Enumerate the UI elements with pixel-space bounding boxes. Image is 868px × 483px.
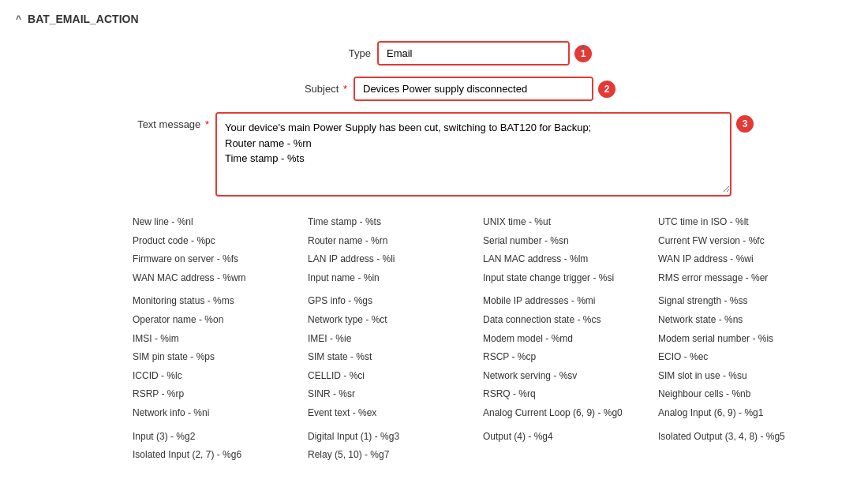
- var-router-name: Router name - %rn: [308, 233, 470, 250]
- section-header[interactable]: ^ BAT_EMAIL_ACTION: [16, 13, 852, 25]
- var-modem-serial: Modem serial number - %is: [658, 331, 821, 348]
- var-sim-slot: SIM slot in use - %su: [658, 368, 821, 385]
- var-output4: Output (4) - %g4: [483, 429, 645, 446]
- var-rsrq: RSRQ - %rq: [483, 386, 645, 403]
- var-gps-info: GPS info - %gs: [308, 293, 470, 310]
- var-input-state: Input state change trigger - %si: [483, 270, 645, 287]
- var-mobile-ip: Mobile IP addresses - %mi: [483, 293, 645, 310]
- chevron-icon: ^: [16, 13, 21, 24]
- var-rms-error: RMS error message - %er: [658, 270, 821, 287]
- var-rsrp: RSRP - %rp: [133, 386, 295, 403]
- var-blank2: [658, 447, 821, 464]
- var-timestamp: Time stamp - %ts: [308, 214, 470, 231]
- var-network-state: Network state - %ns: [658, 312, 821, 329]
- var-analog-current: Analog Current Loop (6, 9) - %g0: [483, 405, 645, 422]
- subject-input[interactable]: [355, 78, 592, 99]
- type-row: Type Email ▾ 1: [16, 41, 852, 66]
- var-isolated-output: Isolated Output (3, 4, 8) - %g5: [658, 429, 821, 446]
- var-imei: IMEI - %ie: [308, 331, 470, 348]
- subject-row: Subject * 2: [16, 77, 852, 101]
- var-ecio: ECIO - %ec: [658, 349, 821, 366]
- form-area: Type Email ▾ 1 Subject * 2: [16, 41, 852, 483]
- subject-label: Subject *: [253, 83, 347, 95]
- var-blank1: [483, 447, 645, 464]
- var-wan-mac: WAN MAC address - %wm: [133, 270, 295, 287]
- var-utc-iso: UTC time in ISO - %lt: [658, 214, 821, 231]
- var-lan-ip: LAN IP address - %li: [308, 251, 470, 268]
- var-relay: Relay (5, 10) - %g7: [308, 447, 470, 464]
- textmessage-row: Text message * Your device's main Power …: [16, 112, 852, 197]
- textmessage-textarea[interactable]: Your device's main Power Supply has been…: [217, 114, 730, 193]
- var-event-text: Event text - %ex: [308, 405, 470, 422]
- var-rscp: RSCP - %cp: [483, 349, 645, 366]
- var-sim-state: SIM state - %st: [308, 349, 470, 366]
- var-lan-mac: LAN MAC address - %lm: [483, 251, 645, 268]
- subject-field-wrapper: 2: [354, 77, 615, 101]
- var-new-line: New line - %nl: [133, 214, 295, 231]
- var-input-name: Input name - %in: [308, 270, 470, 287]
- var-network-type: Network type - %ct: [308, 312, 470, 329]
- var-product-code: Product code - %pc: [133, 233, 295, 250]
- var-sim-pin: SIM pin state - %ps: [133, 349, 295, 366]
- type-field-wrapper: Email ▾ 1: [377, 41, 592, 66]
- var-unix-time: UNIX time - %ut: [483, 214, 645, 231]
- var-sinr: SINR - %sr: [308, 386, 470, 403]
- page-container: ^ BAT_EMAIL_ACTION Type Email ▾ 1 Subjec…: [0, 0, 868, 483]
- var-spacer2: [133, 424, 821, 427]
- textmessage-container: Your device's main Power Supply has been…: [215, 112, 731, 197]
- var-monitoring: Monitoring status - %ms: [133, 293, 295, 310]
- textmessage-field-wrapper: Your device's main Power Supply has been…: [215, 112, 754, 197]
- textmessage-required: *: [202, 118, 209, 130]
- type-label: Type: [276, 47, 371, 59]
- var-signal-strength: Signal strength - %ss: [658, 293, 821, 310]
- var-fw-version: Current FW version - %fc: [658, 233, 821, 250]
- var-imsi: IMSI - %im: [133, 331, 295, 348]
- var-analog-input: Analog Input (6, 9) - %g1: [658, 405, 821, 422]
- textmessage-label: Text message *: [114, 112, 209, 130]
- subject-input-container: [354, 77, 593, 101]
- step1-badge: 1: [574, 45, 592, 62]
- type-select-container: Email ▾: [377, 41, 570, 66]
- var-network-serving: Network serving - %sv: [483, 368, 645, 385]
- var-digital-input1: Digital Input (1) - %g3: [308, 429, 470, 446]
- subject-required: *: [340, 83, 347, 95]
- var-wan-ip: WAN IP address - %wi: [658, 251, 821, 268]
- section-title: BAT_EMAIL_ACTION: [28, 13, 139, 25]
- var-operator: Operator name - %on: [133, 312, 295, 329]
- var-cellid: CELLID - %ci: [308, 368, 470, 385]
- var-fw-server: Firmware on server - %fs: [133, 251, 295, 268]
- var-spacer1: [133, 288, 821, 291]
- variables-section: New line - %nl Time stamp - %ts UNIX tim…: [16, 208, 852, 470]
- var-input3: Input (3) - %g2: [133, 429, 295, 446]
- var-isolated-input: Isolated Input (2, 7) - %g6: [133, 447, 295, 464]
- var-neighbour-cells: Neighbour cells - %nb: [658, 386, 821, 403]
- step2-badge: 2: [598, 80, 615, 98]
- var-serial-number: Serial number - %sn: [483, 233, 645, 250]
- var-modem-model: Modem model - %md: [483, 331, 645, 348]
- var-iccid: ICCID - %lc: [133, 368, 295, 385]
- var-data-conn: Data connection state - %cs: [483, 312, 645, 329]
- var-network-info: Network info - %ni: [133, 405, 295, 422]
- type-select[interactable]: Email: [379, 43, 568, 64]
- variables-grid: New line - %nl Time stamp - %ts UNIX tim…: [133, 208, 821, 470]
- step3-badge: 3: [736, 115, 754, 133]
